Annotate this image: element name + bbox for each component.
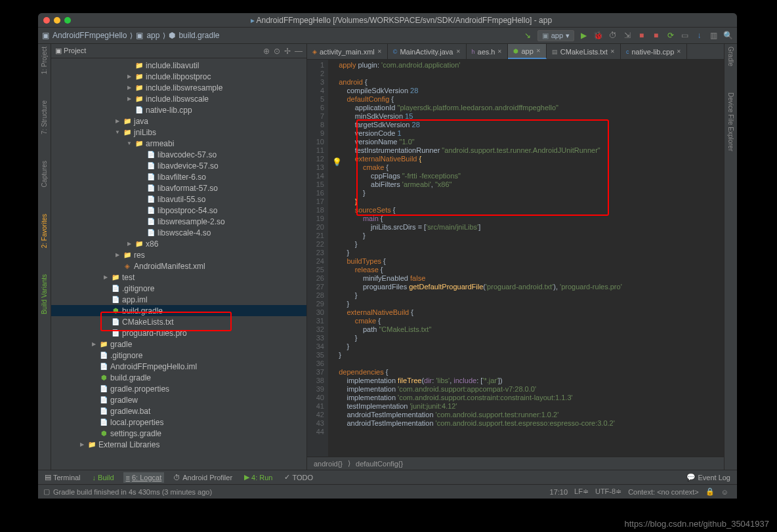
tab-terminal[interactable]: ▤ Terminal [42, 472, 83, 483]
editor-tab[interactable]: h aes.h ✕ [467, 44, 509, 59]
tree-node[interactable]: 📄libavcodec-57.so [51, 149, 306, 160]
tree-node[interactable]: 📄libswresample-2.so [51, 216, 306, 227]
tab-build-variants[interactable]: Build Variants [41, 274, 48, 314]
tree-node[interactable]: 📄local.properties [51, 417, 306, 428]
tab-todo[interactable]: ✓ TODO [282, 472, 316, 483]
tree-node[interactable]: 📁include.libavutil [51, 60, 306, 71]
profile-icon[interactable]: ⏱ [608, 31, 618, 41]
run-config-select[interactable]: ▣app ▾ [537, 30, 574, 41]
right-tool-tabs: Gradle Device File Explorer [724, 44, 737, 470]
project-tree[interactable]: 📁include.libavutil▶📁include.libpostproc▶… [51, 58, 306, 470]
tree-node[interactable]: 📄gradlew [51, 394, 306, 405]
run-icon[interactable]: ▶ [579, 31, 589, 41]
tab-gradle[interactable]: Gradle [727, 47, 734, 66]
tree-node[interactable]: ◈AndroidManifest.xml [51, 260, 306, 272]
tree-node[interactable]: 📄CMakeLists.txt [51, 316, 306, 327]
tree-node[interactable]: 📄libpostproc-54.so [51, 205, 306, 216]
tree-node[interactable]: ▶📁x86 [51, 238, 306, 249]
tab-favorites[interactable]: 2: Favorites [41, 214, 48, 248]
tree-node[interactable]: ⬢settings.gradle [51, 428, 306, 439]
window-title: ▸ AndroidFFmpegHello [/Volumes/WORKSPACE… [71, 16, 732, 25]
context[interactable]: Context: <no context> [625, 488, 702, 496]
tree-node[interactable]: ▶📁gradle [51, 338, 306, 350]
gutter: 1234567891011121314151617181920212223242… [307, 60, 328, 457]
lock-icon[interactable]: 🔒 [702, 487, 718, 496]
tab-structure[interactable]: 7: Structure [41, 100, 48, 134]
tree-node[interactable]: 📄libavdevice-57.so [51, 160, 306, 171]
caret-pos[interactable]: 17:10 [547, 488, 572, 496]
tree-node[interactable]: 📄libavformat-57.so [51, 182, 306, 194]
tree-node[interactable]: 📄gradle.properties [51, 383, 306, 394]
tree-node[interactable]: ⬢build.gradle [51, 305, 306, 316]
structure-icon[interactable]: ▥ [709, 31, 719, 41]
close-tab-icon[interactable]: ✕ [536, 48, 541, 54]
tree-node[interactable]: 📄AndroidFFmpegHello.iml [51, 361, 306, 372]
collapse-icon[interactable]: ⊕ [263, 47, 270, 56]
close-tab-icon[interactable]: ✕ [377, 49, 382, 54]
editor-tab[interactable]: © MainActivity.java ✕ [388, 44, 467, 59]
status-icon[interactable]: ▢ [43, 487, 50, 496]
tree-node[interactable]: 📄libavfilter-6.so [51, 171, 306, 182]
close-tab-icon[interactable]: ✕ [497, 49, 502, 54]
editor-tab[interactable]: ▤ CMakeLists.txt ✕ [547, 44, 621, 59]
tree-node[interactable]: ▶📁java [51, 115, 306, 127]
intention-bulb-icon[interactable]: 💡 [332, 158, 342, 167]
tree-node[interactable]: 📄gradlew.bat [51, 405, 306, 417]
tab-profiler[interactable]: ⏱ Android Profiler [171, 472, 235, 483]
hector-icon[interactable]: ☺ [718, 488, 732, 496]
line-sep[interactable]: LF≑ [571, 487, 592, 496]
breadcrumb[interactable]: ▣AndroidFFmpegHello ⟩ ▣app ⟩ ⬢build.grad… [42, 31, 219, 40]
editor-tab[interactable]: ⬢ app ✕ [508, 44, 546, 59]
tab-captures[interactable]: Captures [41, 161, 48, 188]
encoding[interactable]: UTF-8≑ [592, 487, 625, 496]
editor-tab[interactable]: c native-lib.cpp ✕ [621, 44, 687, 59]
tree-node[interactable]: ▶📁External Libraries [51, 439, 306, 450]
tree-node[interactable]: 📄.gitignore [51, 350, 306, 361]
tree-node[interactable]: ▶📁test [51, 272, 306, 283]
watermark: https://blog.csdn.net/github_35041937 [625, 519, 769, 529]
tab-logcat[interactable]: ≡ 6: Logcat [123, 472, 165, 483]
tree-node[interactable]: ▶📁include.libswresample [51, 82, 306, 93]
tree-node[interactable]: 📄app.iml [51, 294, 306, 305]
tree-node[interactable]: 📄.gitignore [51, 283, 306, 294]
settings-icon[interactable]: ✢ [284, 47, 291, 56]
tab-project[interactable]: 1: Project [41, 47, 48, 74]
close-tab-icon[interactable]: ✕ [677, 49, 681, 54]
stop2-icon[interactable]: ■ [651, 31, 661, 41]
tree-node[interactable]: 📄native-lib.cpp [51, 104, 306, 115]
hide-icon[interactable]: — [295, 47, 303, 56]
tree-node[interactable]: ▶📁include.libswscale [51, 93, 306, 104]
tree-node[interactable]: ▶📁res [51, 249, 306, 260]
sync-icon[interactable]: ⟳ [665, 31, 675, 41]
project-tool-window: ▣ Project ⊕ ⊙ ✢ — 📁include.libavutil▶📁in… [51, 44, 307, 470]
tab-run[interactable]: ▶ 4: Run [242, 472, 275, 483]
target-icon[interactable]: ⊙ [274, 47, 280, 56]
window-controls[interactable] [43, 17, 71, 24]
gradle-icon: ⬢ [169, 31, 175, 40]
project-view-select[interactable]: ▣ Project [55, 47, 86, 55]
tree-node[interactable]: ⬢build.gradle [51, 372, 306, 383]
sdk-icon[interactable]: ↓ [694, 31, 704, 41]
tab-device-explorer[interactable]: Device File Explorer [727, 92, 734, 151]
tree-node[interactable]: ▶📁include.libpostproc [51, 71, 306, 82]
bottom-tool-tabs: ▤ Terminal ↓ Build ≡ 6: Logcat ⏱ Android… [38, 470, 737, 484]
tree-node[interactable]: ▼📁armeabi [51, 138, 306, 149]
tree-node[interactable]: 📄proguard-rules.pro [51, 327, 306, 338]
tree-node[interactable]: ▼📁jniLibs [51, 127, 306, 138]
tab-event-log[interactable]: 💬 Event Log [684, 472, 733, 483]
debug-icon[interactable]: 🐞 [593, 31, 603, 41]
close-tab-icon[interactable]: ✕ [456, 49, 461, 54]
editor-tab[interactable]: ◈ activity_main.xml ✕ [307, 44, 388, 59]
close-tab-icon[interactable]: ✕ [610, 49, 615, 54]
source[interactable]: apply plugin: 'com.android.application' … [328, 60, 724, 457]
make-icon[interactable]: ↘ [523, 31, 533, 41]
editor-breadcrumb[interactable]: android{} ⟩ defaultConfig{} [307, 457, 724, 470]
attach-icon[interactable]: ⇲ [622, 31, 632, 41]
search-icon[interactable]: 🔍 [723, 31, 733, 41]
tree-node[interactable]: 📄libswscale-4.so [51, 227, 306, 238]
tree-node[interactable]: 📄libavutil-55.so [51, 194, 306, 205]
avd-icon[interactable]: ▭ [680, 31, 690, 41]
stop-icon[interactable]: ■ [637, 31, 646, 41]
tab-build[interactable]: ↓ Build [90, 472, 117, 483]
code-area[interactable]: 1234567891011121314151617181920212223242… [307, 60, 724, 457]
